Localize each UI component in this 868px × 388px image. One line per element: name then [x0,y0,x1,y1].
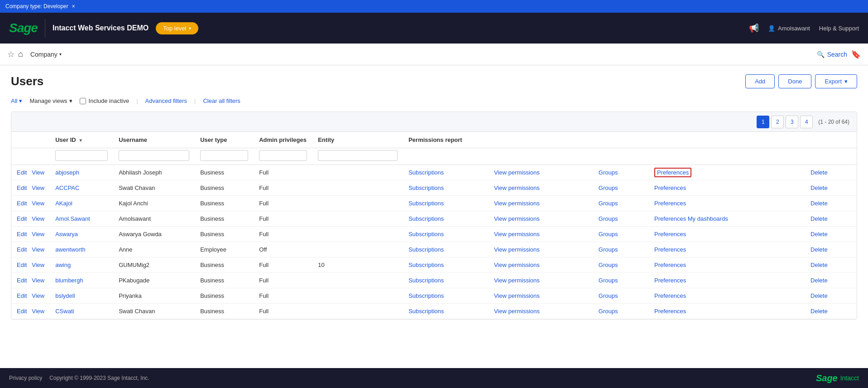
my-dashboards-link[interactable]: My dashboards [688,215,728,222]
subscriptions-link[interactable]: Subscriptions [408,184,444,191]
userid-link[interactable]: blumbergh [55,277,83,284]
view-permissions-link[interactable]: View permissions [494,231,540,238]
groups-link[interactable]: Groups [599,184,618,191]
preferences-link[interactable]: Preferences [654,277,686,284]
edit-link[interactable]: Edit [17,262,27,268]
view-link[interactable]: View [32,308,44,315]
edit-link[interactable]: Edit [17,169,27,176]
search-button[interactable]: 🔍 Search [817,51,847,58]
notification-icon[interactable]: 📢 [749,23,759,33]
advanced-filters-link[interactable]: Advanced filters [145,97,187,104]
userid-link[interactable]: abjoseph [55,169,79,176]
view-link[interactable]: View [32,200,44,207]
userid-link[interactable]: CSwati [55,308,74,315]
delete-link[interactable]: Delete [810,246,828,253]
edit-link[interactable]: Edit [17,277,27,284]
username-filter-input[interactable] [119,150,189,161]
top-level-button[interactable]: Top level ▾ [156,22,198,34]
edit-link[interactable]: Edit [17,231,27,238]
view-permissions-link[interactable]: View permissions [494,169,540,176]
preferences-link[interactable]: Preferences [654,168,691,177]
userid-link[interactable]: bslydell [55,292,75,299]
admin-filter-input[interactable] [259,150,307,161]
export-button[interactable]: Export ▾ [815,74,857,88]
subscriptions-link[interactable]: Subscriptions [408,292,444,299]
delete-link[interactable]: Delete [810,200,828,207]
view-link[interactable]: View [32,169,44,176]
view-permissions-link[interactable]: View permissions [494,277,540,284]
delete-link[interactable]: Delete [810,231,828,238]
help-link[interactable]: Help & Support [819,25,859,32]
clear-filters-button[interactable]: Clear all filters [203,97,240,104]
groups-link[interactable]: Groups [599,292,618,299]
preferences-link[interactable]: Preferences [654,231,686,238]
edit-link[interactable]: Edit [17,215,27,222]
userid-link[interactable]: Amol.Sawant [55,215,90,222]
userid-link[interactable]: ACCPAC [55,184,79,191]
userid-link[interactable]: Aswarya [55,231,78,238]
subscriptions-link[interactable]: Subscriptions [408,277,444,284]
add-button[interactable]: Add [745,74,775,88]
view-permissions-link[interactable]: View permissions [494,200,540,207]
all-filter-dropdown[interactable]: All ▾ [11,97,22,104]
home-icon[interactable]: ⌂ [18,49,23,59]
edit-link[interactable]: Edit [17,292,27,299]
preferences-link[interactable]: Preferences [654,215,686,222]
manage-views-dropdown[interactable]: Manage views ▾ [29,97,72,104]
delete-link[interactable]: Delete [810,277,828,284]
include-inactive-checkbox[interactable] [80,98,86,104]
subscriptions-link[interactable]: Subscriptions [408,308,444,315]
preferences-link[interactable]: Preferences [654,262,686,268]
userid-link[interactable]: awentworth [55,246,85,253]
view-link[interactable]: View [32,231,44,238]
view-permissions-link[interactable]: View permissions [494,262,540,268]
subscriptions-link[interactable]: Subscriptions [408,231,444,238]
userid-link[interactable]: AKajol [55,200,72,207]
edit-link[interactable]: Edit [17,308,27,315]
view-permissions-link[interactable]: View permissions [494,215,540,222]
view-permissions-link[interactable]: View permissions [494,246,540,253]
preferences-link[interactable]: Preferences [654,200,686,207]
view-link[interactable]: View [32,246,44,253]
view-link[interactable]: View [32,215,44,222]
view-link[interactable]: View [32,277,44,284]
entity-filter-input[interactable] [318,150,398,161]
groups-link[interactable]: Groups [599,308,618,315]
view-link[interactable]: View [32,184,44,191]
userid-link[interactable]: awing [55,262,71,268]
subscriptions-link[interactable]: Subscriptions [408,262,444,268]
preferences-link[interactable]: Preferences [654,308,686,315]
page-4-button[interactable]: 4 [800,116,813,128]
view-permissions-link[interactable]: View permissions [494,184,540,191]
view-permissions-link[interactable]: View permissions [494,308,540,315]
preferences-link[interactable]: Preferences [654,292,686,299]
view-link[interactable]: View [32,262,44,268]
page-1-button[interactable]: 1 [757,116,769,128]
edit-link[interactable]: Edit [17,200,27,207]
preferences-link[interactable]: Preferences [654,184,686,191]
delete-link[interactable]: Delete [810,292,828,299]
delete-link[interactable]: Delete [810,215,828,222]
bookmark-icon[interactable]: 🔖 [851,49,861,59]
groups-link[interactable]: Groups [599,246,618,253]
subscriptions-link[interactable]: Subscriptions [408,246,444,253]
delete-link[interactable]: Delete [810,308,828,315]
edit-link[interactable]: Edit [17,184,27,191]
favorites-icon[interactable]: ☆ [7,49,14,59]
userid-filter-input[interactable] [55,150,108,161]
company-nav[interactable]: Company ▾ [27,49,65,60]
groups-link[interactable]: Groups [599,169,618,176]
groups-link[interactable]: Groups [599,231,618,238]
subscriptions-link[interactable]: Subscriptions [408,215,444,222]
groups-link[interactable]: Groups [599,262,618,268]
groups-link[interactable]: Groups [599,215,618,222]
delete-link[interactable]: Delete [810,184,828,191]
groups-link[interactable]: Groups [599,277,618,284]
subscriptions-link[interactable]: Subscriptions [408,200,444,207]
preferences-link[interactable]: Preferences [654,246,686,253]
view-permissions-link[interactable]: View permissions [494,292,540,299]
usertype-filter-input[interactable] [200,150,248,161]
user-menu[interactable]: 👤 Amolsawant [768,25,810,32]
company-type-close-icon[interactable]: × [72,3,75,10]
groups-link[interactable]: Groups [599,200,618,207]
